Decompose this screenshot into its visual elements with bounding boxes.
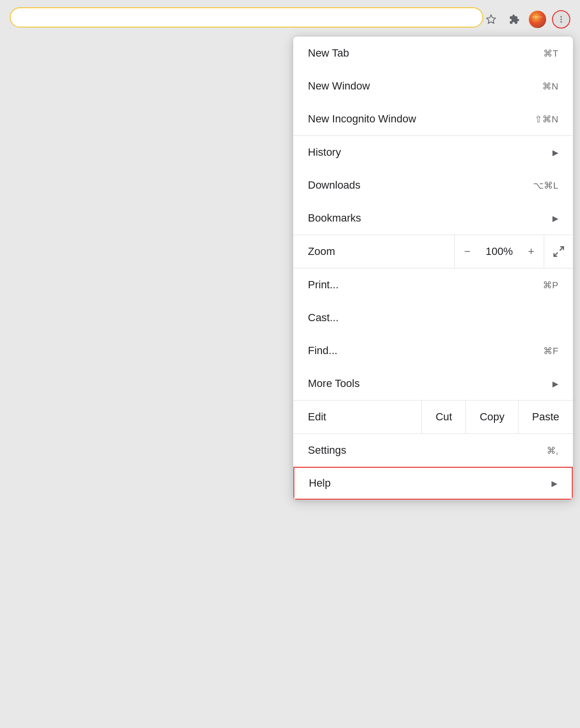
zoom-out-button[interactable]: − [455, 235, 480, 268]
find-item[interactable]: Find... ⌘F [293, 334, 573, 367]
edit-label: Edit [293, 401, 421, 433]
bookmarks-item[interactable]: Bookmarks ▶ [293, 202, 573, 235]
settings-shortcut: ⌘, [547, 445, 558, 456]
find-shortcut: ⌘F [543, 345, 558, 357]
edit-row: Edit Cut Copy Paste [293, 401, 573, 433]
extensions-icon[interactable] [506, 11, 523, 28]
print-shortcut: ⌘P [543, 280, 558, 291]
new-window-label: New Window [308, 80, 370, 92]
more-tools-item[interactable]: More Tools ▶ [293, 367, 573, 400]
cut-button[interactable]: Cut [421, 401, 465, 433]
more-tools-arrow-icon: ▶ [552, 379, 558, 388]
profile-avatar[interactable] [529, 11, 546, 28]
fullscreen-button[interactable] [544, 235, 573, 268]
zoom-section: Zoom − 100% + [293, 235, 573, 268]
help-arrow-icon: ▶ [551, 479, 557, 488]
zoom-value: 100% [480, 245, 519, 258]
new-tab-item[interactable]: New Tab ⌘T [293, 37, 573, 70]
copy-button[interactable]: Copy [465, 401, 518, 433]
downloads-item[interactable]: Downloads ⌥⌘L [293, 169, 573, 202]
zoom-controls: − 100% + [454, 235, 544, 268]
new-window-shortcut: ⌘N [542, 81, 558, 92]
svg-marker-0 [487, 15, 495, 23]
history-item[interactable]: History ▶ [293, 136, 573, 169]
settings-item[interactable]: Settings ⌘, [293, 434, 573, 467]
new-incognito-label: New Incognito Window [308, 113, 416, 125]
zoom-row: Zoom − 100% + [293, 235, 573, 268]
tools-section: Print... ⌘P Cast... Find... ⌘F More Tool… [293, 268, 573, 401]
chrome-dropdown-menu: New Tab ⌘T New Window ⌘N New Incognito W… [293, 36, 573, 500]
settings-section: Settings ⌘, Help ▶ [293, 434, 573, 500]
new-incognito-shortcut: ⇧⌘N [535, 114, 558, 125]
downloads-label: Downloads [308, 179, 361, 192]
bookmark-star-icon[interactable] [482, 11, 500, 28]
new-window-item[interactable]: New Window ⌘N [293, 70, 573, 103]
help-label: Help [309, 477, 331, 490]
navigation-section: History ▶ Downloads ⌥⌘L Bookmarks ▶ [293, 136, 573, 235]
settings-label: Settings [308, 444, 347, 457]
history-arrow-icon: ▶ [552, 148, 558, 157]
svg-point-1 [561, 16, 562, 17]
new-tab-label: New Tab [308, 47, 349, 59]
print-label: Print... [308, 279, 339, 291]
address-bar[interactable] [10, 7, 483, 28]
new-actions-section: New Tab ⌘T New Window ⌘N New Incognito W… [293, 37, 573, 136]
svg-point-3 [561, 21, 562, 23]
zoom-label[interactable]: Zoom [293, 235, 454, 268]
help-item[interactable]: Help ▶ [293, 467, 573, 500]
edit-section: Edit Cut Copy Paste [293, 401, 573, 434]
svg-point-2 [561, 19, 562, 20]
chrome-menu-button[interactable] [552, 10, 570, 29]
print-item[interactable]: Print... ⌘P [293, 268, 573, 301]
paste-button[interactable]: Paste [518, 401, 573, 433]
history-label: History [308, 146, 341, 159]
cast-label: Cast... [308, 312, 339, 324]
downloads-shortcut: ⌥⌘L [533, 180, 558, 191]
avatar-globe-icon [530, 12, 545, 27]
find-label: Find... [308, 344, 337, 357]
cast-item[interactable]: Cast... [293, 301, 573, 334]
new-incognito-item[interactable]: New Incognito Window ⇧⌘N [293, 103, 573, 135]
new-tab-shortcut: ⌘T [543, 48, 558, 59]
zoom-in-button[interactable]: + [519, 235, 544, 268]
bookmarks-label: Bookmarks [308, 212, 361, 224]
more-tools-label: More Tools [308, 377, 360, 390]
bookmarks-arrow-icon: ▶ [552, 214, 558, 223]
